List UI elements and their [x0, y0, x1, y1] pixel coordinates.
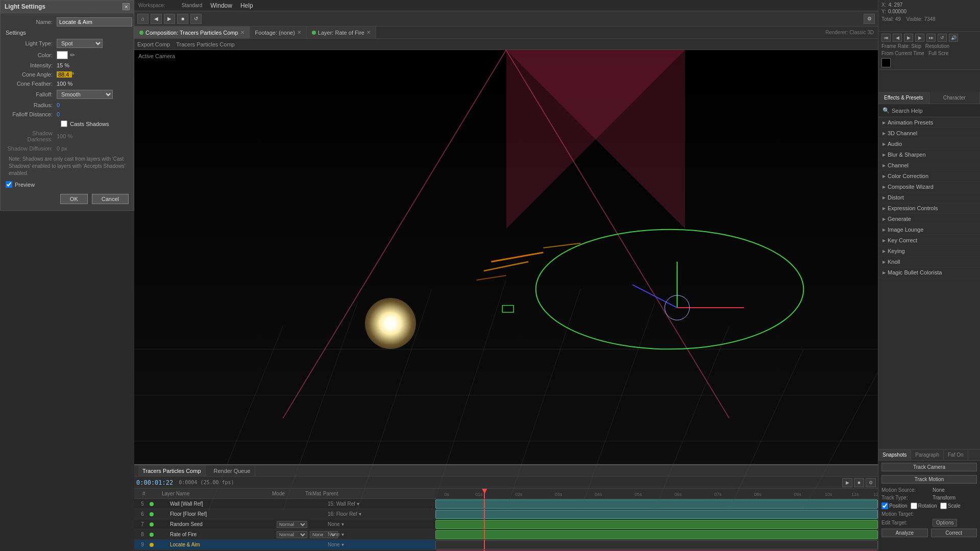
toolbar-refresh-button[interactable]: ↺ — [190, 14, 202, 24]
scale-checkbox[interactable] — [940, 503, 947, 509]
layer-parent: None ▾ — [328, 521, 434, 527]
effect-label: Blur & Sharpen — [888, 152, 926, 158]
motion-target-row: Motion Target: — [881, 511, 977, 517]
effect-distort[interactable]: ▶ Distort — [878, 192, 980, 203]
rewind-button[interactable]: ⏮ — [881, 34, 891, 42]
toolbar-settings-button[interactable]: ⚙ — [864, 14, 875, 24]
search-help-label[interactable]: Search Help — [892, 108, 923, 114]
casts-shadows-checkbox[interactable] — [61, 120, 67, 127]
play-button[interactable]: ▶ — [904, 34, 913, 42]
effect-animation-presets[interactable]: ▶ Animation Presets — [878, 117, 980, 128]
effect-expression-controls[interactable]: ▶ Expression Controls — [878, 203, 980, 214]
triangle-svg — [134, 50, 878, 510]
cancel-button[interactable]: Cancel — [92, 194, 129, 204]
next-frame-button[interactable]: ▶ — [915, 34, 924, 42]
tab-character[interactable]: Character — [929, 92, 981, 104]
prev-frame-button[interactable]: ◀ — [893, 34, 902, 42]
layer-row-8[interactable]: 8 Rate of Fire Normal None None ▾ — [134, 530, 435, 540]
dialog-close-button[interactable]: ✕ — [122, 3, 130, 10]
track-clip-6[interactable] — [435, 510, 878, 519]
y-label: Y: — [881, 9, 886, 14]
arrow-icon: ▶ — [883, 260, 886, 264]
track-camera-row: Track Camera — [881, 463, 977, 473]
black-swatch[interactable] — [881, 58, 891, 67]
tab-footage[interactable]: Footage: (none) ✕ — [250, 27, 307, 38]
correct-button[interactable]: Correct — [931, 529, 977, 537]
scale-option: Scale — [940, 503, 961, 509]
cone-angle-label: Cone Angle: — [6, 71, 57, 78]
layer-row-7[interactable]: 7 Random Seed Normal None ▾ — [134, 519, 435, 530]
track-motion-button[interactable]: Track Motion — [881, 475, 977, 484]
workspace-standard[interactable]: Standard — [182, 3, 203, 8]
mute-button[interactable]: 🔊 — [949, 34, 958, 42]
toolbar-home-button[interactable]: ⌂ — [137, 14, 149, 24]
ok-button[interactable]: OK — [60, 194, 88, 204]
sec-tab-tracers[interactable]: Tracers Particles Comp — [176, 41, 235, 47]
preview-checkbox[interactable] — [6, 181, 12, 188]
cone-angle-value[interactable]: 88.4 — [57, 71, 72, 78]
effect-audio[interactable]: ▶ Audio — [878, 139, 980, 149]
tab-layer[interactable]: Layer: Rate of Fire ✕ — [307, 27, 376, 38]
layer-mode: Normal — [277, 531, 310, 538]
intensity-value[interactable]: 15 % — [57, 62, 69, 68]
effect-color-correction[interactable]: ▶ Color Correction — [878, 171, 980, 182]
track-clip-8[interactable] — [435, 530, 878, 539]
radius-value[interactable]: 0 — [57, 102, 60, 108]
playhead[interactable] — [484, 489, 485, 498]
cone-feather-value[interactable]: 100 % — [57, 81, 72, 87]
toolbar-back-button[interactable]: ◀ — [151, 14, 162, 24]
track-camera-button[interactable]: Track Camera — [881, 463, 977, 471]
motion-source-value: None — [933, 487, 945, 493]
rotation-checkbox[interactable] — [911, 503, 917, 509]
effect-knoll[interactable]: ▶ Knoll — [878, 257, 980, 267]
scene-canvas[interactable] — [134, 50, 878, 510]
effect-magic-bullet-colorista[interactable]: ▶ Magic Bullet Colorista — [878, 267, 980, 278]
effect-blur-sharpen[interactable]: ▶ Blur & Sharpen — [878, 149, 980, 160]
tab-faf[interactable]: Faf On — [944, 449, 968, 460]
casts-shadows-label: Casts Shadows — [70, 121, 109, 127]
dialog-body: Name: Settings Light Type: Spot Point Am… — [1, 13, 134, 210]
eyedropper-icon[interactable]: ✏ — [70, 52, 75, 59]
tab-close-icon3[interactable]: ✕ — [366, 30, 371, 35]
position-checkbox[interactable] — [881, 503, 888, 509]
effect-image-lounge[interactable]: ▶ Image Lounge — [878, 224, 980, 235]
loop-button[interactable]: ↺ — [938, 34, 947, 42]
tab-effects-presets[interactable]: Effects & Presets — [878, 92, 929, 104]
menu-window[interactable]: Window — [210, 2, 232, 9]
mode-select[interactable]: Normal — [277, 521, 307, 528]
sec-tab-export[interactable]: Export Comp — [137, 41, 170, 47]
layer-row-9[interactable]: 9 Locate & Aim None ▾ — [134, 540, 435, 550]
tab-close-icon2[interactable]: ✕ — [297, 30, 301, 35]
tab-paragraph[interactable]: Paragraph — [911, 449, 944, 460]
effect-channel[interactable]: ▶ Channel — [878, 160, 980, 171]
falloff-select[interactable]: Smooth None Inverse Square Clamped — [57, 90, 113, 99]
effect-composite-wizard[interactable]: ▶ Composite Wizard — [878, 182, 980, 192]
effect-magic-bullet-cosmo[interactable]: ▶ Magic Bullet Cosmo — [878, 278, 980, 281]
tab-composition[interactable]: Composition: Tracers Particles Comp ✕ — [134, 27, 250, 38]
analyze-button[interactable]: Analyze — [881, 529, 928, 537]
effect-3d-channel[interactable]: ▶ 3D Channel — [878, 128, 980, 139]
name-input[interactable] — [57, 17, 132, 27]
fast-forward-button[interactable]: ⏭ — [926, 34, 936, 42]
track-clip-7[interactable] — [435, 520, 878, 529]
layer-tri: None — [310, 531, 328, 538]
falloff-distance-value[interactable]: 0 — [57, 111, 60, 117]
effect-key-correct[interactable]: ▶ Key Correct — [878, 235, 980, 246]
menu-help[interactable]: Help — [240, 2, 253, 9]
toolbar-forward-button[interactable]: ▶ — [164, 14, 175, 24]
effect-generate[interactable]: ▶ Generate — [878, 214, 980, 224]
mode-select[interactable]: Normal — [277, 531, 307, 538]
options-button[interactable]: Options — [933, 519, 957, 527]
layer-row-6[interactable]: 6 Floor [Floor Ref] 16: Floor Ref ▾ — [134, 509, 435, 519]
tab-close-icon[interactable]: ✕ — [240, 30, 244, 35]
track-clip-9[interactable] — [435, 540, 878, 549]
track-motion-row: Track Motion — [881, 475, 977, 485]
color-swatch[interactable] — [57, 51, 68, 59]
preview-label: Preview — [15, 182, 35, 188]
tab-snapshots[interactable]: Snapshots — [878, 449, 911, 460]
track-options-row: Position Rotation Scale — [881, 503, 977, 509]
toolbar-stop-button[interactable]: ■ — [177, 14, 188, 24]
effect-keying[interactable]: ▶ Keying — [878, 246, 980, 257]
cone-angle-row: Cone Angle: 88.4 ° — [6, 71, 129, 78]
light-type-select[interactable]: Spot Point Ambient — [57, 39, 103, 48]
